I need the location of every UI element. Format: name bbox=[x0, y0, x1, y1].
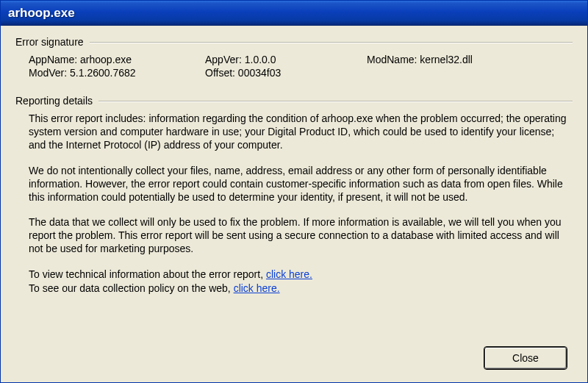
error-signature-legend: Error signature bbox=[15, 36, 90, 48]
dialog-window: arhoop.exe Error signature AppName: arho… bbox=[0, 0, 588, 383]
mod-ver-value: ModVer: 5.1.2600.7682 bbox=[29, 67, 205, 79]
error-signature-legend-row: Error signature bbox=[15, 36, 573, 48]
close-button[interactable]: Close bbox=[484, 347, 567, 369]
app-name-value: AppName: arhoop.exe bbox=[29, 54, 205, 65]
policy-prefix: To see our data collection policy on the… bbox=[29, 282, 234, 294]
app-ver-value: AppVer: 1.0.0.0 bbox=[205, 54, 367, 65]
reporting-details-legend: Reporting details bbox=[15, 95, 98, 107]
reporting-details-group: Reporting details This error report incl… bbox=[15, 95, 573, 296]
titlebar[interactable]: arhoop.exe bbox=[1, 1, 587, 26]
offset-value: Offset: 00034f03 bbox=[205, 67, 367, 79]
error-signature-group: Error signature AppName: arhoop.exe AppV… bbox=[15, 36, 573, 85]
reporting-paragraph-1: This error report includes: information … bbox=[29, 112, 567, 152]
reporting-paragraph-3: The data that we collect will only be us… bbox=[29, 216, 567, 256]
data-policy-link[interactable]: click here. bbox=[234, 282, 280, 294]
technical-info-line: To view technical information about the … bbox=[29, 268, 567, 282]
error-signature-grid: AppName: arhoop.exe AppVer: 1.0.0.0 ModN… bbox=[15, 52, 573, 85]
reporting-details-body: This error report includes: information … bbox=[15, 111, 573, 296]
divider bbox=[98, 101, 573, 102]
window-title: arhoop.exe bbox=[8, 6, 75, 21]
divider bbox=[90, 42, 573, 43]
technical-info-link[interactable]: click here. bbox=[266, 268, 312, 280]
client-area: Error signature AppName: arhoop.exe AppV… bbox=[1, 26, 587, 382]
reporting-details-legend-row: Reporting details bbox=[15, 95, 573, 107]
mod-name-value: ModName: kernel32.dll bbox=[367, 54, 573, 65]
technical-info-prefix: To view technical information about the … bbox=[29, 268, 266, 280]
policy-line: To see our data collection policy on the… bbox=[29, 282, 567, 296]
button-row: Close bbox=[484, 347, 567, 369]
reporting-paragraph-2: We do not intentionally collect your fil… bbox=[29, 165, 567, 204]
